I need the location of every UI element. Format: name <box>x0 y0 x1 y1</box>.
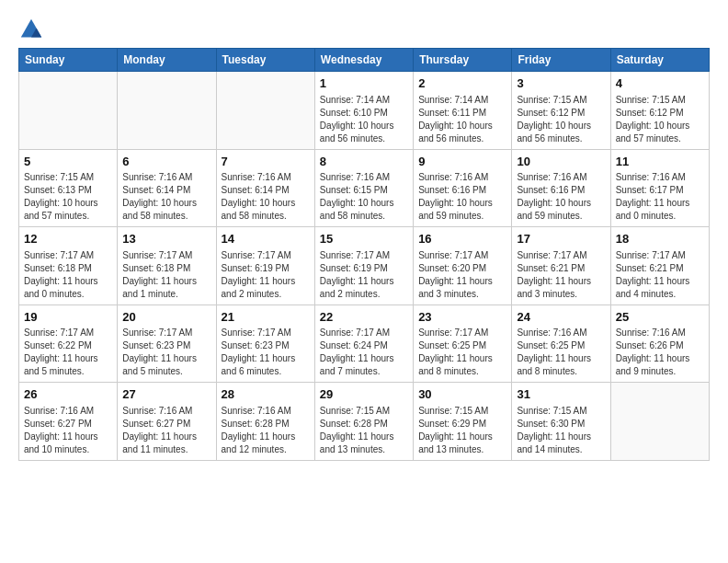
day-number: 11 <box>616 154 704 170</box>
day-info: Sunrise: 7:16 AM Sunset: 6:16 PM Dayligh… <box>418 171 506 223</box>
day-number: 6 <box>122 154 210 170</box>
week-row-1: 1Sunrise: 7:14 AM Sunset: 6:10 PM Daylig… <box>19 72 710 150</box>
header <box>18 17 710 42</box>
day-number: 21 <box>222 309 310 326</box>
day-number: 12 <box>24 231 112 247</box>
day-number: 19 <box>24 309 112 326</box>
day-info: Sunrise: 7:17 AM Sunset: 6:19 PM Dayligh… <box>320 249 408 301</box>
day-header-saturday: Saturday <box>610 49 709 72</box>
day-info: Sunrise: 7:15 AM Sunset: 6:12 PM Dayligh… <box>616 94 704 145</box>
day-info: Sunrise: 7:16 AM Sunset: 6:25 PM Dayligh… <box>517 327 605 378</box>
calendar-body: 1Sunrise: 7:14 AM Sunset: 6:10 PM Daylig… <box>19 72 710 461</box>
day-number: 18 <box>616 231 704 247</box>
day-info: Sunrise: 7:16 AM Sunset: 6:14 PM Dayligh… <box>122 171 210 223</box>
calendar-cell: 12Sunrise: 7:17 AM Sunset: 6:18 PM Dayli… <box>19 227 118 305</box>
day-info: Sunrise: 7:15 AM Sunset: 6:13 PM Dayligh… <box>24 171 112 223</box>
day-number: 31 <box>517 386 605 403</box>
day-info: Sunrise: 7:17 AM Sunset: 6:23 PM Dayligh… <box>222 327 310 378</box>
day-info: Sunrise: 7:17 AM Sunset: 6:23 PM Dayligh… <box>122 327 210 378</box>
calendar-cell: 3Sunrise: 7:15 AM Sunset: 6:12 PM Daylig… <box>512 72 610 150</box>
calendar-cell: 22Sunrise: 7:17 AM Sunset: 6:24 PM Dayli… <box>314 304 413 383</box>
day-info: Sunrise: 7:14 AM Sunset: 6:10 PM Dayligh… <box>320 94 408 145</box>
day-info: Sunrise: 7:17 AM Sunset: 6:18 PM Dayligh… <box>24 249 112 301</box>
calendar-cell: 1Sunrise: 7:14 AM Sunset: 6:10 PM Daylig… <box>314 72 413 150</box>
calendar-cell <box>118 72 216 150</box>
day-number: 9 <box>418 154 506 170</box>
calendar-cell: 6Sunrise: 7:16 AM Sunset: 6:14 PM Daylig… <box>118 149 216 227</box>
header-row: SundayMondayTuesdayWednesdayThursdayFrid… <box>19 49 710 72</box>
day-info: Sunrise: 7:16 AM Sunset: 6:16 PM Dayligh… <box>517 171 605 223</box>
day-info: Sunrise: 7:17 AM Sunset: 6:24 PM Dayligh… <box>320 327 408 378</box>
day-number: 26 <box>24 386 112 403</box>
calendar-cell: 26Sunrise: 7:16 AM Sunset: 6:27 PM Dayli… <box>19 383 118 461</box>
day-number: 4 <box>616 75 704 92</box>
calendar-cell: 13Sunrise: 7:17 AM Sunset: 6:18 PM Dayli… <box>118 227 216 305</box>
calendar-cell: 25Sunrise: 7:16 AM Sunset: 6:26 PM Dayli… <box>610 304 709 383</box>
day-number: 30 <box>418 386 506 403</box>
calendar-cell: 10Sunrise: 7:16 AM Sunset: 6:16 PM Dayli… <box>512 149 610 227</box>
calendar-cell <box>216 72 314 150</box>
calendar-cell: 27Sunrise: 7:16 AM Sunset: 6:27 PM Dayli… <box>118 383 216 461</box>
calendar-cell: 9Sunrise: 7:16 AM Sunset: 6:16 PM Daylig… <box>414 149 512 227</box>
page: SundayMondayTuesdayWednesdayThursdayFrid… <box>0 0 728 470</box>
calendar-cell: 20Sunrise: 7:17 AM Sunset: 6:23 PM Dayli… <box>118 304 216 383</box>
day-info: Sunrise: 7:16 AM Sunset: 6:27 PM Dayligh… <box>122 405 210 456</box>
day-number: 7 <box>222 154 310 170</box>
day-info: Sunrise: 7:17 AM Sunset: 6:21 PM Dayligh… <box>616 249 704 301</box>
day-info: Sunrise: 7:16 AM Sunset: 6:14 PM Dayligh… <box>222 171 310 223</box>
day-number: 23 <box>418 309 506 326</box>
day-number: 16 <box>418 231 506 247</box>
logo <box>18 17 48 42</box>
day-number: 20 <box>122 309 210 326</box>
day-number: 13 <box>122 231 210 247</box>
calendar-header: SundayMondayTuesdayWednesdayThursdayFrid… <box>19 49 710 72</box>
calendar-cell: 17Sunrise: 7:17 AM Sunset: 6:21 PM Dayli… <box>512 227 610 305</box>
day-info: Sunrise: 7:16 AM Sunset: 6:27 PM Dayligh… <box>24 405 112 456</box>
calendar-cell: 23Sunrise: 7:17 AM Sunset: 6:25 PM Dayli… <box>414 304 512 383</box>
day-number: 25 <box>616 309 704 326</box>
day-number: 15 <box>320 231 408 247</box>
day-header-sunday: Sunday <box>19 49 118 72</box>
day-number: 27 <box>122 386 210 403</box>
calendar-cell: 2Sunrise: 7:14 AM Sunset: 6:11 PM Daylig… <box>414 72 512 150</box>
day-info: Sunrise: 7:17 AM Sunset: 6:21 PM Dayligh… <box>517 249 605 301</box>
calendar-table: SundayMondayTuesdayWednesdayThursdayFrid… <box>18 48 710 461</box>
day-number: 29 <box>320 386 408 403</box>
day-number: 1 <box>320 75 408 92</box>
calendar-cell: 8Sunrise: 7:16 AM Sunset: 6:15 PM Daylig… <box>314 149 413 227</box>
calendar-cell <box>19 72 118 150</box>
day-info: Sunrise: 7:15 AM Sunset: 6:12 PM Dayligh… <box>517 94 605 145</box>
day-info: Sunrise: 7:17 AM Sunset: 6:22 PM Dayligh… <box>24 327 112 378</box>
calendar-cell: 29Sunrise: 7:15 AM Sunset: 6:28 PM Dayli… <box>314 383 413 461</box>
logo-icon <box>18 17 44 42</box>
day-header-friday: Friday <box>512 49 610 72</box>
calendar-cell <box>610 383 709 461</box>
calendar-cell: 7Sunrise: 7:16 AM Sunset: 6:14 PM Daylig… <box>216 149 314 227</box>
day-header-wednesday: Wednesday <box>314 49 413 72</box>
day-header-tuesday: Tuesday <box>216 49 314 72</box>
day-header-monday: Monday <box>118 49 216 72</box>
calendar-cell: 14Sunrise: 7:17 AM Sunset: 6:19 PM Dayli… <box>216 227 314 305</box>
day-info: Sunrise: 7:17 AM Sunset: 6:25 PM Dayligh… <box>418 327 506 378</box>
calendar-cell: 5Sunrise: 7:15 AM Sunset: 6:13 PM Daylig… <box>19 149 118 227</box>
day-info: Sunrise: 7:16 AM Sunset: 6:15 PM Dayligh… <box>320 171 408 223</box>
day-info: Sunrise: 7:16 AM Sunset: 6:28 PM Dayligh… <box>222 405 310 456</box>
day-info: Sunrise: 7:14 AM Sunset: 6:11 PM Dayligh… <box>418 94 506 145</box>
day-info: Sunrise: 7:16 AM Sunset: 6:17 PM Dayligh… <box>616 171 704 223</box>
calendar-cell: 18Sunrise: 7:17 AM Sunset: 6:21 PM Dayli… <box>610 227 709 305</box>
day-number: 5 <box>24 154 112 170</box>
week-row-3: 12Sunrise: 7:17 AM Sunset: 6:18 PM Dayli… <box>19 227 710 305</box>
day-number: 17 <box>517 231 605 247</box>
week-row-5: 26Sunrise: 7:16 AM Sunset: 6:27 PM Dayli… <box>19 383 710 461</box>
day-number: 10 <box>517 154 605 170</box>
calendar-cell: 31Sunrise: 7:15 AM Sunset: 6:30 PM Dayli… <box>512 383 610 461</box>
day-info: Sunrise: 7:15 AM Sunset: 6:29 PM Dayligh… <box>418 405 506 456</box>
day-number: 3 <box>517 75 605 92</box>
day-number: 22 <box>320 309 408 326</box>
calendar-cell: 21Sunrise: 7:17 AM Sunset: 6:23 PM Dayli… <box>216 304 314 383</box>
calendar-cell: 24Sunrise: 7:16 AM Sunset: 6:25 PM Dayli… <box>512 304 610 383</box>
calendar-cell: 15Sunrise: 7:17 AM Sunset: 6:19 PM Dayli… <box>314 227 413 305</box>
day-info: Sunrise: 7:17 AM Sunset: 6:20 PM Dayligh… <box>418 249 506 301</box>
day-number: 8 <box>320 154 408 170</box>
calendar-cell: 4Sunrise: 7:15 AM Sunset: 6:12 PM Daylig… <box>610 72 709 150</box>
